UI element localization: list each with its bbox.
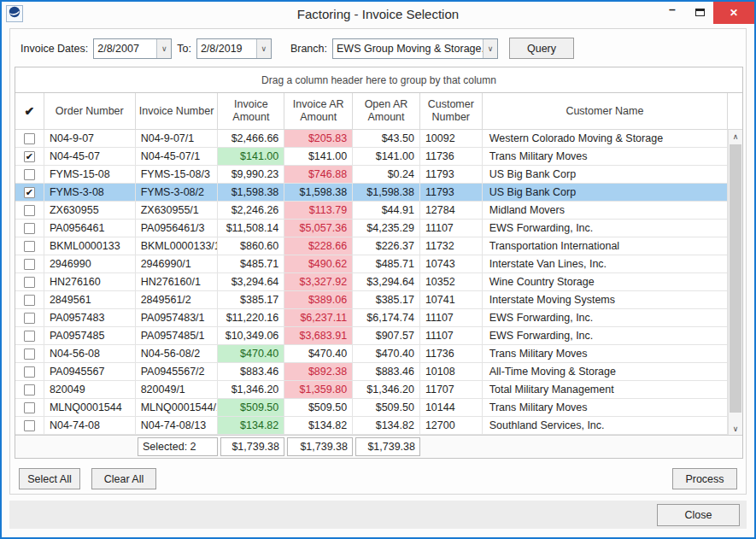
column-header-invoice-number[interactable]: Invoice Number xyxy=(136,93,219,129)
table-row[interactable]: PA0957485PA0957485/1$10,349.06$3,683.91$… xyxy=(15,327,728,345)
minimize-button[interactable]: – xyxy=(659,2,686,22)
query-button[interactable]: Query xyxy=(509,38,574,59)
customer-number-cell: 10741 xyxy=(420,291,483,308)
table-row[interactable]: 820049820049/1$1,346.20$1,359.80$1,346.2… xyxy=(15,381,728,399)
branch-label: Branch: xyxy=(290,43,327,55)
open-ar-amount-cell: $141.00 xyxy=(353,148,420,165)
branch-select[interactable]: EWS Group Moving & Storage... ∨ xyxy=(332,38,498,59)
open-ar-amount-cell: $134.82 xyxy=(353,417,420,434)
customer-number-cell: 11732 xyxy=(420,237,483,255)
invoice-ar-amount-cell: $470.40 xyxy=(284,345,353,362)
invoice-number-cell: PA0945567/2 xyxy=(136,363,219,380)
row-checkbox[interactable]: ✔ xyxy=(24,187,35,198)
invoice-ar-amount-cell: $141.00 xyxy=(284,148,353,165)
row-checkbox[interactable]: ✔ xyxy=(24,151,35,162)
column-header-invoice-ar-amount[interactable]: Invoice AR Amount xyxy=(284,93,353,129)
table-row[interactable]: ✔N04-45-07N04-45-07/1$141.00$141.00$141.… xyxy=(15,148,728,166)
order-number-cell: FYMS-3-08 xyxy=(44,184,136,201)
column-header-open-ar-amount[interactable]: Open AR Amount xyxy=(353,93,420,129)
customer-number-cell: 10092 xyxy=(420,130,483,147)
row-checkbox[interactable] xyxy=(24,205,35,216)
order-number-cell: FYMS-15-08 xyxy=(44,166,136,183)
select-all-button[interactable]: Select All xyxy=(19,468,80,489)
clear-all-button[interactable]: Clear All xyxy=(91,468,156,489)
table-row[interactable]: HN276160HN276160/1$3,294.64$3,327.92$3,2… xyxy=(15,273,728,291)
column-header-check[interactable]: ✔ xyxy=(15,93,44,129)
order-number-cell: PA0957485 xyxy=(44,327,136,344)
row-checkbox[interactable] xyxy=(24,259,35,270)
row-checkbox[interactable] xyxy=(24,349,35,360)
row-checkbox[interactable] xyxy=(24,133,35,144)
invoice-number-cell: 2946990/1 xyxy=(136,255,219,272)
invoice-number-cell: 2849561/2 xyxy=(136,291,219,308)
invoice-number-cell: N04-56-08/2 xyxy=(136,345,219,362)
row-select-checkbox xyxy=(15,309,44,326)
table-row[interactable]: 28495612849561/2$385.17$389.06$385.17107… xyxy=(15,291,728,309)
row-checkbox[interactable] xyxy=(24,313,35,324)
scroll-down-icon: ∨ xyxy=(733,425,739,433)
close-button[interactable]: Close xyxy=(657,504,740,526)
scrollbar-track[interactable] xyxy=(729,143,742,422)
column-header-invoice-amount[interactable]: Invoice Amount xyxy=(218,93,284,129)
globe-icon xyxy=(9,6,21,21)
invoice-ar-amount-cell: $5,057.36 xyxy=(284,220,353,237)
row-select-checkbox xyxy=(15,237,44,255)
scrollbar-thumb[interactable] xyxy=(730,144,741,413)
invoice-number-cell: PA0956461/3 xyxy=(136,220,219,237)
group-by-band[interactable]: Drag a column header here to group by th… xyxy=(15,67,742,93)
row-checkbox[interactable] xyxy=(24,277,35,288)
row-checkbox[interactable] xyxy=(24,241,35,252)
row-checkbox[interactable] xyxy=(24,384,35,395)
invoice-ar-amount-cell: $892.38 xyxy=(284,363,353,380)
open-ar-amount-cell: $470.40 xyxy=(353,345,420,362)
customer-name-cell: US Big Bank Corp xyxy=(483,184,728,201)
app-icon-button[interactable] xyxy=(6,5,23,22)
table-row[interactable]: N04-56-08N04-56-08/2$470.40$470.40$470.4… xyxy=(15,345,728,363)
table-row[interactable]: PA0956461PA0956461/3$11,508.14$5,057.36$… xyxy=(15,220,728,237)
table-row[interactable]: BKML0000133BKML0000133/1$860.60$228.66$2… xyxy=(15,237,728,255)
column-header-customer-number[interactable]: Customer Number xyxy=(420,93,483,129)
table-row[interactable]: PA0945567PA0945567/2$883.46$892.38$883.4… xyxy=(15,363,728,381)
close-window-button[interactable]: ✕ xyxy=(713,2,754,24)
chevron-down-icon[interactable]: ∨ xyxy=(256,39,271,58)
scroll-up-button[interactable]: ∧ xyxy=(729,130,742,143)
row-checkbox[interactable] xyxy=(24,420,35,431)
maximize-button[interactable] xyxy=(686,2,713,22)
table-row[interactable]: ✔FYMS-3-08FYMS-3-08/2$1,598.38$1,598.38$… xyxy=(15,184,728,202)
table-row[interactable]: FYMS-15-08FYMS-15-08/3$9,990.23$746.88$0… xyxy=(15,166,728,184)
invoice-number-cell: ZX630955/1 xyxy=(136,202,219,219)
row-checkbox[interactable] xyxy=(24,366,35,378)
row-select-checkbox xyxy=(15,220,44,237)
customer-number-cell: 11736 xyxy=(420,345,483,362)
invoice-ar-amount-cell: $1,359.80 xyxy=(284,381,353,398)
row-checkbox[interactable] xyxy=(24,331,35,342)
row-checkbox[interactable] xyxy=(24,223,35,234)
scrollbar[interactable]: ∧ ∨ xyxy=(728,130,742,435)
invoice-amount-cell: $2,466.66 xyxy=(218,130,284,147)
invoice-amount-cell: $3,294.64 xyxy=(218,273,284,290)
action-button-row: Select All Clear All Process xyxy=(10,459,746,489)
column-header-order-number[interactable]: Order Number xyxy=(44,93,136,129)
table-row[interactable]: N04-9-07N04-9-07/1$2,466.66$205.83$43.50… xyxy=(15,130,728,148)
chevron-down-icon[interactable]: ∨ xyxy=(483,39,497,58)
table-row[interactable]: ZX630955ZX630955/1$2,246.26$113.79$44.91… xyxy=(15,202,728,220)
row-checkbox[interactable] xyxy=(24,295,35,306)
row-checkbox[interactable] xyxy=(24,402,35,413)
invoice-ar-amount-cell: $205.83 xyxy=(284,130,353,147)
table-row[interactable]: 29469902946990/1$485.71$490.62$485.71107… xyxy=(15,255,728,273)
date-to-picker[interactable]: 2/8/2019 ∨ xyxy=(196,38,272,59)
customer-name-cell: Transportation International xyxy=(483,237,728,255)
column-header-customer-name[interactable]: Customer Name xyxy=(483,93,728,129)
invoice-ar-amount-cell: $3,683.91 xyxy=(284,327,353,344)
chevron-down-icon[interactable]: ∨ xyxy=(156,39,171,58)
table-row[interactable]: MLNQ0001544MLNQ0001544/1$509.50$509.50$5… xyxy=(15,399,728,417)
date-from-picker[interactable]: 2/8/2007 ∨ xyxy=(93,38,172,59)
invoice-ar-amount-cell: $389.06 xyxy=(284,291,353,308)
scroll-down-button[interactable]: ∨ xyxy=(729,422,742,435)
table-row[interactable]: PA0957483PA0957483/1$11,220.16$6,237.11$… xyxy=(15,309,728,327)
row-checkbox[interactable] xyxy=(24,169,35,180)
order-number-cell: PA0957483 xyxy=(44,309,136,326)
process-button[interactable]: Process xyxy=(672,468,737,489)
table-row[interactable]: N04-74-08N04-74-08/13$134.82$134.82$134.… xyxy=(15,417,728,435)
open-ar-amount-cell: $385.17 xyxy=(353,291,420,308)
